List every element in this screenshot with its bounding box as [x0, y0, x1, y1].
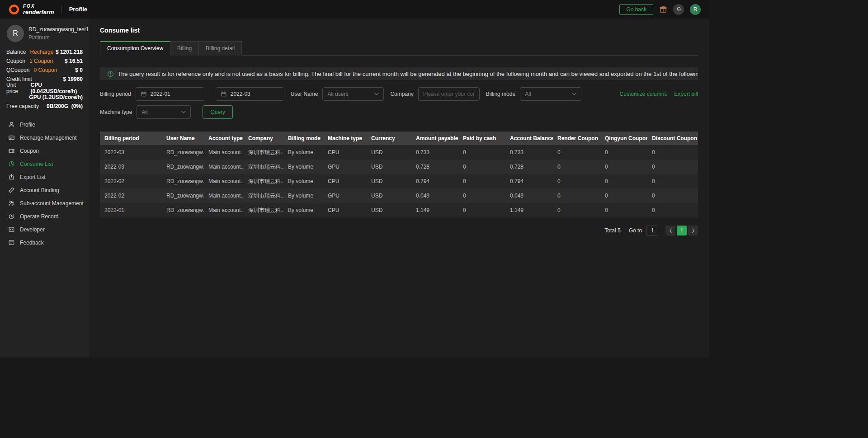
tab[interactable]: Consumption Overview	[100, 41, 170, 56]
sidebar-item[interactable]: Profile	[0, 118, 89, 131]
topbar-divider	[61, 6, 62, 13]
cell-account-type: Main account...	[204, 160, 244, 174]
column-header: Machine type	[323, 132, 367, 145]
table-header-row: Billing periodUser NameAccount typeCompa…	[100, 132, 698, 145]
account-summary-link[interactable]: 1 Coupon	[29, 58, 53, 64]
notice-text: The query result is for reference only a…	[118, 71, 698, 77]
cell-billing-mode: By volume	[283, 145, 323, 160]
column-header: Billing mode	[283, 132, 323, 145]
topbar: FOX renderfarm Profile Go back R	[0, 0, 709, 19]
cell-machine-type: CPU	[323, 174, 367, 188]
sidebar-item[interactable]: Developer	[0, 223, 89, 236]
main-content: Consume list Consumption Overview Billin…	[89, 19, 709, 358]
sidebar-item[interactable]: Recharge Management	[0, 131, 89, 144]
account-summary-value: GPU (1.2USD/core/h)	[29, 94, 83, 100]
table-row: 2022-01 RD_zuowangw... Main account... 深…	[100, 203, 698, 217]
account-summary-label: Balance	[6, 49, 26, 55]
cell-qingyun-coupon: 0	[600, 160, 647, 174]
billing-mode-select[interactable]: All	[520, 87, 581, 101]
app-window: FOX renderfarm Profile Go back R R RD_zu…	[0, 0, 709, 358]
cell-render-coupon: 0	[553, 203, 600, 217]
current-page-button[interactable]: 1	[677, 226, 687, 235]
column-header: Qingyun Coupon	[600, 132, 647, 145]
sidebar-item[interactable]: Account Binding	[0, 184, 89, 197]
page-title: Consume list	[100, 27, 698, 34]
cell-qingyun-coupon: 0	[600, 188, 647, 203]
cell-discount-coupon: 0	[647, 174, 698, 188]
customize-columns-link[interactable]: Customize columns	[620, 91, 667, 97]
sidebar-item-label: Feedback	[20, 240, 44, 246]
sidebar-item[interactable]: Operate Record	[0, 210, 89, 223]
sidebar-item-label: Sub-account Management	[20, 200, 84, 207]
account-summary-link[interactable]: 0 Coupon	[33, 67, 57, 73]
cell-qingyun-coupon: 0	[600, 203, 647, 217]
tab[interactable]: Billing detail	[199, 41, 242, 56]
cell-paid-by-cash: 0	[458, 188, 505, 203]
sidebar-item-label: Account Binding	[20, 187, 59, 193]
account-summary: Balance Recharge $ 1201.218 Coupon 1 Cou…	[0, 47, 89, 111]
logo-line1: FOX	[23, 4, 54, 9]
table-action-links: Customize columns Export bill	[620, 91, 698, 97]
date-from-input[interactable]: 2022-01	[136, 87, 204, 101]
sidebar-item-label: Developer	[20, 226, 45, 233]
cell-discount-coupon: 0	[647, 188, 698, 203]
fox-renderfarm-logo[interactable]: FOX renderfarm	[8, 4, 54, 15]
table-row: 2022-03 RD_zuowangw... Main account... 深…	[100, 145, 698, 160]
sidebar-item-icon	[8, 213, 15, 220]
pagination-controls: 1	[665, 226, 698, 235]
sidebar-user-block: R RD_zuowangwang_test1 Platinum	[0, 24, 89, 47]
info-icon	[107, 71, 114, 77]
cell-company: 深圳市瑞云科...	[244, 174, 283, 188]
next-page-button[interactable]	[688, 226, 698, 235]
cell-billing-mode: By volume	[283, 203, 323, 217]
notifications-button[interactable]	[673, 4, 684, 15]
machine-type-label: Machine type	[100, 109, 132, 115]
sidebar-item[interactable]: Export List	[0, 170, 89, 184]
sidebar-item-icon	[8, 121, 15, 128]
user-avatar[interactable]: R	[690, 4, 701, 15]
account-summary-value: $ 16.51	[65, 58, 83, 64]
sidebar-user-tier: Platinum	[28, 34, 89, 41]
sidebar-item-label: Recharge Management	[20, 135, 76, 141]
cell-user-name: RD_zuowangw...	[162, 188, 204, 203]
export-bill-link[interactable]: Export bill	[674, 91, 698, 97]
sidebar-item[interactable]: Consume List	[0, 157, 89, 170]
sidebar-user-name: RD_zuowangwang_test1	[28, 26, 89, 33]
tab[interactable]: Billing	[170, 41, 199, 56]
logo-text: FOX renderfarm	[23, 4, 54, 15]
sidebar-item[interactable]: Feedback	[0, 236, 89, 249]
sidebar-item-icon	[8, 160, 15, 167]
tab-bar: Consumption Overview Billing Billing det…	[100, 41, 698, 56]
cell-paid-by-cash: 0	[458, 174, 505, 188]
cell-account-balance: 1.149	[505, 203, 553, 217]
cell-machine-type: GPU	[323, 188, 367, 203]
query-button[interactable]: Query	[203, 105, 233, 119]
cell-company: 深圳市瑞云科...	[244, 160, 283, 174]
sidebar-item-icon	[8, 187, 15, 193]
gift-icon[interactable]	[659, 5, 667, 14]
user-name-label: User Name	[291, 91, 318, 97]
user-name-select[interactable]: All users	[322, 87, 384, 101]
cell-paid-by-cash: 0	[458, 145, 505, 160]
sidebar-item-icon	[8, 200, 15, 207]
topbar-right: Go back R	[619, 4, 701, 15]
cell-currency: USD	[367, 188, 411, 203]
cell-billing-period: 2022-02	[100, 188, 162, 203]
goto-page-input[interactable]	[646, 226, 658, 235]
sidebar-item-icon	[8, 147, 15, 154]
previous-page-button[interactable]	[665, 226, 675, 235]
account-summary-value: $ 1201.218	[56, 49, 83, 55]
calendar-icon	[141, 91, 147, 97]
billing-period-label: Billing period	[100, 91, 131, 97]
date-to-input[interactable]: 2022-03	[216, 87, 284, 101]
cell-render-coupon: 0	[553, 145, 600, 160]
company-input[interactable]	[418, 87, 480, 101]
account-summary-value: 0B/200G (0%)	[47, 103, 83, 109]
account-summary-link[interactable]: Recharge	[30, 49, 53, 55]
machine-type-select[interactable]: All	[137, 105, 191, 119]
billing-mode-label: Billing mode	[486, 91, 515, 97]
sidebar-item[interactable]: Coupon	[0, 144, 89, 157]
sidebar-item[interactable]: Sub-account Management	[0, 197, 89, 210]
go-back-button[interactable]: Go back	[619, 4, 653, 15]
bell-icon	[676, 6, 682, 12]
